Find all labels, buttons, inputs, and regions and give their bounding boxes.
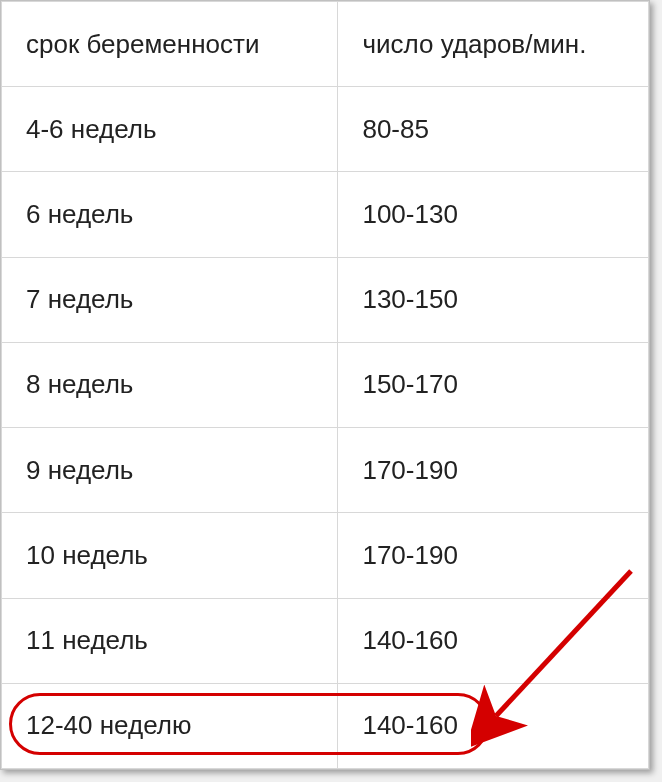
header-col1: срок беременности (2, 2, 338, 87)
table-row: 10 недель 170-190 (2, 513, 649, 598)
cell-term: 11 недель (2, 598, 338, 683)
cell-term: 8 недель (2, 342, 338, 427)
cell-term: 9 недель (2, 428, 338, 513)
cell-value: 140-160 (338, 598, 649, 683)
table-row: 6 недель 100-130 (2, 172, 649, 257)
table-row: 11 недель 140-160 (2, 598, 649, 683)
cell-value: 150-170 (338, 342, 649, 427)
table-row: 12-40 неделю 140-160 (2, 683, 649, 768)
cell-value: 170-190 (338, 513, 649, 598)
cell-value: 140-160 (338, 683, 649, 768)
table-header-row: срок беременности число ударов/мин. (2, 2, 649, 87)
cell-term: 7 недель (2, 257, 338, 342)
cell-value: 80-85 (338, 87, 649, 172)
table-frame: срок беременности число ударов/мин. 4-6 … (0, 0, 650, 770)
table-row: 9 недель 170-190 (2, 428, 649, 513)
table-row: 4-6 недель 80-85 (2, 87, 649, 172)
cell-term: 6 недель (2, 172, 338, 257)
data-table: срок беременности число ударов/мин. 4-6 … (1, 1, 649, 769)
cell-value: 100-130 (338, 172, 649, 257)
header-col2: число ударов/мин. (338, 2, 649, 87)
cell-term: 4-6 недель (2, 87, 338, 172)
cell-term: 12-40 неделю (2, 683, 338, 768)
cell-value: 130-150 (338, 257, 649, 342)
cell-value: 170-190 (338, 428, 649, 513)
table-row: 7 недель 130-150 (2, 257, 649, 342)
table-row: 8 недель 150-170 (2, 342, 649, 427)
cell-term: 10 недель (2, 513, 338, 598)
